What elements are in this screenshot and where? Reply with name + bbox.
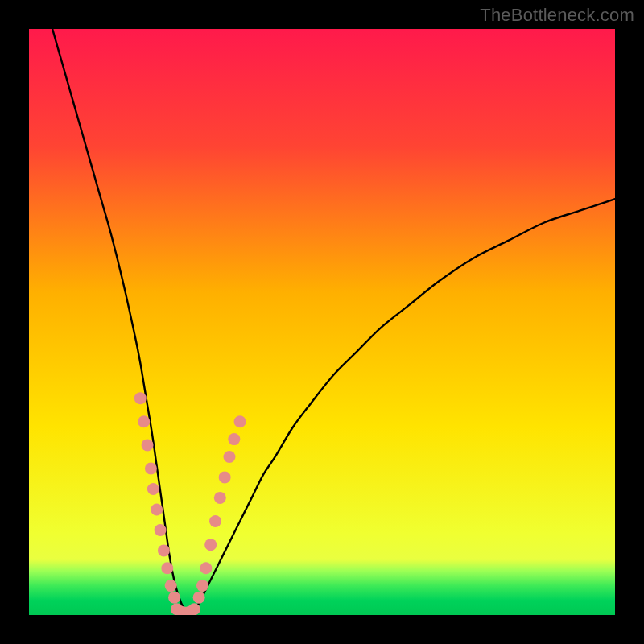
marker-left bbox=[155, 524, 167, 536]
marker-bottom bbox=[188, 603, 200, 615]
bottleneck-curve-chart bbox=[29, 29, 615, 615]
marker-right bbox=[209, 515, 221, 527]
marker-right bbox=[214, 492, 226, 504]
marker-right bbox=[219, 471, 231, 483]
marker-left bbox=[158, 544, 170, 556]
marker-left bbox=[147, 483, 159, 495]
marker-right bbox=[196, 580, 208, 592]
marker-left bbox=[138, 415, 150, 427]
marker-left bbox=[161, 562, 173, 574]
marker-left bbox=[145, 463, 157, 475]
marker-left bbox=[142, 439, 154, 451]
watermark-text: TheBottleneck.com bbox=[480, 5, 634, 26]
marker-right bbox=[200, 562, 212, 574]
marker-right bbox=[193, 592, 205, 604]
marker-left bbox=[151, 503, 163, 515]
marker-right bbox=[204, 539, 217, 551]
marker-right bbox=[228, 433, 240, 445]
chart-plot-area bbox=[29, 29, 615, 615]
marker-left bbox=[134, 392, 147, 404]
marker-right bbox=[223, 451, 235, 463]
marker-left bbox=[168, 592, 180, 604]
marker-left bbox=[165, 580, 177, 592]
marker-right bbox=[234, 415, 246, 427]
svg-rect-0 bbox=[29, 29, 615, 615]
